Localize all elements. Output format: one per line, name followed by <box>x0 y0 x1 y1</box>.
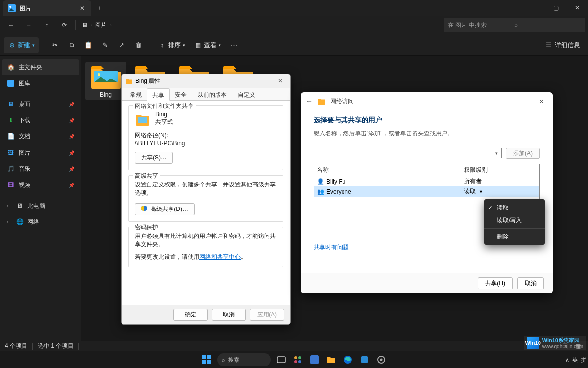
col-permission[interactable]: 权限级别 <box>461 164 539 176</box>
taskbar-explorer-icon[interactable] <box>325 353 338 366</box>
delete-button[interactable]: 🗑 <box>130 37 146 53</box>
sidebar-item-gallery[interactable]: 图库 <box>2 76 79 91</box>
chevron-down-icon: ▾ <box>183 43 185 48</box>
share-heading: 选择要与其共享的用户 <box>314 116 540 125</box>
back-button[interactable]: ← <box>3 18 20 32</box>
command-bar: ⊕ 新建 ▾ ✂ ⧉ 📋 ✎ ↗ 🗑 ↕排序▾ ▦查看▾ ⋯ ☰详细信息 <box>0 34 588 56</box>
minimize-button[interactable]: — <box>523 0 545 16</box>
tray-ime-mode[interactable]: 拼 <box>581 356 586 364</box>
cancel-button[interactable]: 取消 <box>212 309 246 321</box>
sort-button[interactable]: ↕排序▾ <box>154 37 189 53</box>
sidebar-item-pictures[interactable]: 🖼图片📌 <box>2 145 79 160</box>
new-button[interactable]: ⊕ 新建 ▾ <box>4 37 39 53</box>
network-path-label: 网络路径(N): <box>135 131 277 140</box>
refresh-button[interactable]: ⟳ <box>56 18 73 32</box>
user-icon: 👤 <box>317 178 324 185</box>
taskbar-app-icon[interactable] <box>292 353 304 366</box>
network-center-link[interactable]: 网络和共享中心 <box>199 253 241 260</box>
svg-point-4 <box>98 73 100 76</box>
monitor-icon: 🖥 <box>82 22 88 28</box>
forward-button[interactable]: → <box>21 18 37 32</box>
sidebar-item-videos[interactable]: 🎞视频📌 <box>2 177 79 193</box>
tab-prev-versions[interactable]: 以前的版本 <box>192 88 232 100</box>
cut-button[interactable]: ✂ <box>47 37 63 53</box>
pin-icon: 📌 <box>69 183 74 188</box>
taskbar-search[interactable]: ⌕搜索 <box>217 353 271 366</box>
sidebar-item-downloads[interactable]: ⬇下载📌 <box>2 112 79 128</box>
new-tab-button[interactable]: ＋ <box>91 4 108 12</box>
chevron-down-icon[interactable]: ▾ <box>492 149 501 158</box>
svg-point-1 <box>9 6 11 8</box>
share-button[interactable]: 共享(S)… <box>135 152 173 164</box>
breadcrumb-folder[interactable]: 图片 <box>95 21 107 29</box>
tab-security[interactable]: 安全 <box>170 88 192 100</box>
taskbar-app-icon[interactable] <box>308 353 321 366</box>
add-button[interactable]: 添加(A) <box>506 148 540 159</box>
share-icon: ↗ <box>118 41 125 49</box>
table-row[interactable]: 👥Everyone 读取▼ <box>314 186 539 197</box>
tab-active[interactable]: 图片 ✕ <box>3 0 91 16</box>
view-icon: ▦ <box>194 41 202 49</box>
group-password: 密码保护 用户必须具有此计算机的用户帐户和密码，才能访问共享文件夹。 若要更改此… <box>128 227 283 267</box>
menu-remove[interactable]: 删除 <box>484 230 545 243</box>
sidebar-item-network[interactable]: ›🌐网络 <box>2 214 79 230</box>
trouble-link[interactable]: 共享时有问题 <box>314 243 349 252</box>
properties-dialog: Bing 属性 ✕ 常规 共享 安全 以前的版本 自定义 网络文件和文件夹共享 … <box>121 74 291 325</box>
rename-icon: ✎ <box>101 41 109 49</box>
task-view-button[interactable] <box>275 353 288 366</box>
col-name[interactable]: 名称 <box>314 164 461 176</box>
more-button[interactable]: ⋯ <box>226 37 242 53</box>
pictures-icon <box>8 4 16 12</box>
share-confirm-button[interactable]: 共享(H) <box>478 277 513 289</box>
back-button[interactable]: ← <box>306 97 313 105</box>
sidebar-item-documents[interactable]: 📄文档📌 <box>2 129 79 144</box>
start-button[interactable] <box>200 353 213 366</box>
apply-button[interactable]: 应用(A) <box>250 309 284 321</box>
close-share-button[interactable]: ✕ <box>535 98 548 105</box>
copy-button[interactable]: ⧉ <box>64 37 79 53</box>
taskbar-settings-icon[interactable] <box>375 353 388 366</box>
home-icon: 🏠 <box>7 63 15 71</box>
permission-cell[interactable]: 读取▼ <box>461 186 539 197</box>
folder-item[interactable]: Bing <box>85 62 126 100</box>
dialog-titlebar[interactable]: Bing 属性 ✕ <box>122 74 290 88</box>
chevron-right-icon: › <box>7 219 12 224</box>
up-button[interactable]: ↑ <box>38 18 55 32</box>
search-placeholder: 在 图片 中搜索 <box>448 21 514 29</box>
sidebar-item-thispc[interactable]: ›🖥此电脑 <box>2 198 79 213</box>
rename-button[interactable]: ✎ <box>97 37 113 53</box>
taskbar-tray: ∧ 英 拼 <box>565 356 586 364</box>
tray-ime-lang[interactable]: 英 <box>572 356 578 364</box>
tab-custom[interactable]: 自定义 <box>232 88 261 100</box>
tab-general[interactable]: 常规 <box>124 88 147 100</box>
close-window-button[interactable]: ✕ <box>566 0 588 16</box>
share-cancel-button[interactable]: 取消 <box>517 277 544 289</box>
paste-button[interactable]: 📋 <box>80 37 96 53</box>
tray-chevron[interactable]: ∧ <box>565 357 569 363</box>
taskbar-edge-icon[interactable] <box>342 353 354 366</box>
menu-readwrite[interactable]: 读取/写入 <box>484 214 545 227</box>
watermark-logo: Win10 <box>527 337 539 349</box>
taskbar-app-icon[interactable] <box>358 353 371 366</box>
tab-close-button[interactable]: ✕ <box>78 5 86 12</box>
search-input[interactable]: 在 图片 中搜索 ⌕ <box>444 18 585 32</box>
breadcrumb[interactable]: 🖥 › 图片 › <box>79 21 115 29</box>
user-combobox[interactable]: ▾ <box>314 148 502 158</box>
advanced-share-button[interactable]: 高级共享(D)… <box>135 203 195 215</box>
view-button[interactable]: ▦查看▾ <box>190 37 225 53</box>
sidebar-item-music[interactable]: 🎵音乐📌 <box>2 161 79 177</box>
menu-read[interactable]: 读取 <box>484 201 545 214</box>
maximize-button[interactable]: ▢ <box>545 0 566 16</box>
sidebar-item-home[interactable]: 🏠主文件夹 <box>2 59 79 75</box>
pin-icon: 📌 <box>69 102 74 107</box>
chevron-down-icon[interactable]: ▼ <box>479 189 483 194</box>
tab-sharing[interactable]: 共享 <box>147 88 170 101</box>
taskbar-center: ⌕搜索 <box>200 353 388 366</box>
details-pane-button[interactable]: ☰详细信息 <box>541 37 584 53</box>
table-row[interactable]: 👤Billy Fu 所有者 <box>314 176 539 186</box>
sidebar-item-desktop[interactable]: 🖥桌面📌 <box>2 96 79 112</box>
search-icon[interactable]: ⌕ <box>514 22 581 28</box>
share-button[interactable]: ↗ <box>114 37 129 53</box>
close-dialog-button[interactable]: ✕ <box>274 78 286 84</box>
ok-button[interactable]: 确定 <box>173 309 208 321</box>
